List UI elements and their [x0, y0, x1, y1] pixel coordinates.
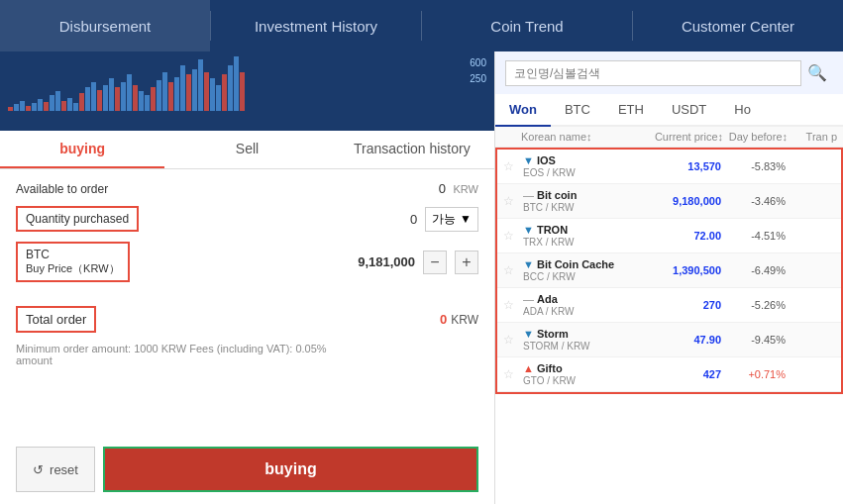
coin-tab-won[interactable]: Won: [495, 94, 551, 127]
coin-name-cell: ▼ Bit Coin Cache BCC / KRW: [523, 258, 642, 282]
reset-button[interactable]: ↺ reset: [16, 447, 95, 492]
star-icon[interactable]: ☆: [503, 263, 523, 277]
star-icon[interactable]: ☆: [503, 333, 523, 347]
coin-symbol: BCC / KRW: [523, 271, 576, 282]
tab-transaction-history[interactable]: Transaction history: [330, 131, 494, 168]
coin-list: ☆ ▼ IOS EOS / KRW 13,570 -5.83% ☆ — Bit …: [495, 148, 843, 394]
chart-bar: [145, 95, 150, 111]
coin-tab-usdt[interactable]: USDT: [658, 94, 720, 125]
coin-name: Gifto: [537, 362, 563, 374]
chart-bar: [121, 82, 126, 111]
tab-sell[interactable]: Sell: [164, 131, 329, 168]
chart-bar: [139, 91, 144, 111]
chart-bar: [32, 103, 37, 111]
chart-bar: [192, 69, 197, 111]
coin-price: 9,180,000: [642, 195, 721, 207]
coin-change: -9.45%: [721, 334, 786, 346]
trade-form: Available to order 0 KRW Quantity purcha…: [0, 169, 494, 439]
coin-row[interactable]: ☆ ▼ TRON TRX / KRW 72.00 -4.51%: [497, 219, 841, 253]
price-row: BTCBuy Price（KRW） 9,181,000 − +: [16, 242, 478, 282]
tab-buying[interactable]: buying: [0, 131, 164, 168]
chart-bar: [38, 99, 43, 111]
coin-change: +0.71%: [721, 368, 786, 380]
quantity-label: Quantity purchased: [16, 206, 139, 232]
available-value: 0 KRW: [439, 181, 478, 196]
reset-icon: ↺: [33, 462, 44, 477]
search-row: 🔍: [495, 51, 843, 94]
coin-search-input[interactable]: [505, 60, 801, 86]
chart-bars: [8, 55, 486, 115]
coin-change: -5.83%: [721, 160, 786, 172]
chart-bar: [127, 74, 132, 111]
coin-change: -3.46%: [721, 195, 786, 207]
trend-icon: —: [523, 293, 534, 305]
search-button[interactable]: 🔍: [801, 59, 833, 86]
star-icon[interactable]: ☆: [503, 194, 523, 208]
coin-name: Ada: [537, 293, 558, 305]
chevron-down-icon: ▼: [460, 212, 472, 226]
col-change: Day before↕: [723, 131, 788, 143]
col-price: Current price↕: [644, 131, 723, 143]
chart-labels: 600 250: [470, 55, 486, 87]
coin-tab-ho[interactable]: Ho: [720, 94, 765, 125]
total-row: Total order 0 KRW: [16, 306, 478, 333]
nav-disbursement[interactable]: Disbursement: [0, 0, 210, 51]
chart-bar: [97, 90, 102, 111]
nav-customer-center[interactable]: Customer Center: [633, 0, 843, 51]
trend-icon: ▼: [523, 328, 534, 340]
coin-price: 72.00: [642, 230, 721, 242]
trend-icon: —: [523, 189, 534, 201]
chart-bar: [204, 72, 209, 111]
buying-button[interactable]: buying: [103, 447, 478, 492]
nav-coin-trend[interactable]: Coin Trend: [422, 0, 632, 51]
quantity-input-area: 0 가능 ▼: [410, 207, 478, 232]
quantity-unit-select[interactable]: 가능 ▼: [425, 207, 478, 232]
total-value-area: 0 KRW: [440, 312, 478, 327]
star-icon[interactable]: ☆: [503, 159, 523, 173]
coin-change: -6.49%: [721, 264, 786, 276]
chart-bar: [20, 101, 25, 111]
trend-icon: ▼: [523, 258, 534, 270]
trend-icon: ▼: [523, 154, 534, 166]
star-icon[interactable]: ☆: [503, 229, 523, 243]
price-increase-button[interactable]: +: [455, 251, 478, 274]
coin-tab-btc[interactable]: BTC: [551, 94, 604, 125]
chart-bar: [26, 106, 31, 111]
coin-name: IOS: [537, 154, 556, 166]
coin-change: -4.51%: [721, 230, 786, 242]
coin-change: -5.26%: [721, 299, 786, 311]
coin-name: Storm: [537, 328, 569, 340]
nav-investment-history[interactable]: Investment History: [211, 0, 421, 51]
coin-name: TRON: [537, 224, 568, 236]
star-icon[interactable]: ☆: [503, 367, 523, 381]
coin-row[interactable]: ☆ ▲ Gifto GTO / KRW 427 +0.71%: [497, 357, 841, 392]
coin-row[interactable]: ☆ — Ada ADA / KRW 270 -5.26%: [497, 288, 841, 323]
chart-max-label: 600: [470, 55, 486, 71]
coin-row[interactable]: ☆ ▼ Bit Coin Cache BCC / KRW 1,390,500 -…: [497, 253, 841, 288]
available-label: Available to order: [16, 182, 108, 196]
quantity-value: 0: [410, 212, 417, 227]
coin-name-cell: ▼ IOS EOS / KRW: [523, 154, 642, 178]
chart-bar: [73, 103, 78, 111]
top-navigation: Disbursement Investment History Coin Tre…: [0, 0, 843, 51]
trend-icon: ▼: [523, 224, 534, 236]
price-value: 9,181,000: [358, 254, 415, 269]
coin-row[interactable]: ☆ — Bit coin BTC / KRW 9,180,000 -3.46%: [497, 184, 841, 219]
coin-row[interactable]: ☆ ▼ IOS EOS / KRW 13,570 -5.83%: [497, 150, 841, 184]
chart-bar: [79, 93, 84, 111]
chart-bar: [222, 74, 227, 111]
chart-bar: [180, 65, 185, 111]
coin-row[interactable]: ☆ ▼ Storm STORM / KRW 47.90 -9.45%: [497, 323, 841, 357]
chart-bar: [151, 87, 156, 111]
chart-bar: [240, 72, 245, 111]
star-icon[interactable]: ☆: [503, 298, 523, 312]
coin-tab-eth[interactable]: ETH: [604, 94, 658, 125]
chart-bar: [115, 87, 120, 111]
coin-name-cell: — Bit coin BTC / KRW: [523, 189, 642, 213]
price-decrease-button[interactable]: −: [423, 251, 447, 274]
chart-bar: [109, 78, 114, 111]
price-label: BTCBuy Price（KRW）: [16, 242, 130, 282]
coin-symbol: BTC / KRW: [523, 202, 574, 213]
chart-bar: [186, 74, 191, 111]
chart-bar: [234, 56, 239, 111]
